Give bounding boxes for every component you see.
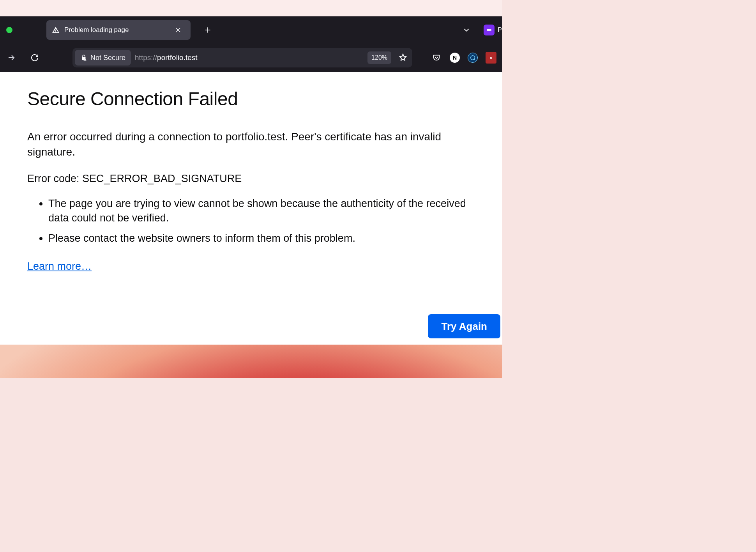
reload-button[interactable] <box>26 50 43 66</box>
desktop-background-top <box>0 0 502 16</box>
bookmark-button[interactable] <box>397 52 408 63</box>
list-all-tabs-button[interactable] <box>461 25 472 35</box>
forward-button[interactable] <box>3 50 19 66</box>
site-security-chip[interactable]: Not Secure <box>75 50 131 65</box>
window-traffic-light-green[interactable] <box>6 27 12 33</box>
lock-warning-icon <box>80 54 87 61</box>
pocket-icon <box>432 53 441 62</box>
url-host: portfolio.test <box>157 53 198 62</box>
reload-icon <box>30 53 39 62</box>
extension-n-icon[interactable]: N <box>450 53 460 63</box>
arrow-right-icon <box>7 53 16 62</box>
error-details-list: The page you are trying to view cannot b… <box>27 196 475 245</box>
security-label: Not Secure <box>90 54 125 62</box>
close-icon <box>175 27 182 34</box>
try-again-button[interactable]: Try Again <box>428 314 500 338</box>
tab-active[interactable]: Problem loading page <box>46 20 191 40</box>
navigation-toolbar: Not Secure https://portfolio.test 120% N <box>0 44 502 72</box>
warning-icon <box>52 26 60 34</box>
learn-more-link[interactable]: Learn more… <box>27 260 92 272</box>
infinity-icon <box>485 28 493 32</box>
error-code: Error code: SEC_ERROR_BAD_SIGNATURE <box>27 173 475 185</box>
star-icon <box>398 53 408 62</box>
extension-ublock-icon[interactable]: u <box>486 52 496 64</box>
firefox-account-button[interactable] <box>484 25 495 35</box>
profile-label-truncated: P <box>498 27 502 34</box>
error-heading: Secure Connection Failed <box>27 88 475 110</box>
url-bar[interactable]: Not Secure https://portfolio.test 120% <box>72 48 412 67</box>
new-tab-button[interactable] <box>202 25 213 35</box>
pocket-button[interactable] <box>431 52 442 63</box>
chevron-down-icon <box>462 26 471 34</box>
svg-text:u: u <box>490 56 492 60</box>
tab-strip: Problem loading page <box>0 16 502 44</box>
zoom-indicator[interactable]: 120% <box>367 51 391 64</box>
error-detail-item: The page you are trying to view cannot b… <box>48 196 475 225</box>
plus-icon <box>204 26 212 34</box>
extension-q-icon[interactable] <box>468 53 478 63</box>
error-detail-item: Please contact the website owners to inf… <box>48 231 475 245</box>
browser-window: Problem loading page <box>0 16 502 345</box>
error-page: Secure Connection Failed An error occurr… <box>0 72 502 345</box>
url-scheme: https:// <box>135 53 157 62</box>
tab-title: Problem loading page <box>64 26 129 34</box>
tab-close-button[interactable] <box>173 25 184 35</box>
desktop-background-bottom <box>0 345 502 378</box>
error-message: An error occurred during a connection to… <box>27 129 475 159</box>
url-text: https://portfolio.test <box>135 53 364 62</box>
